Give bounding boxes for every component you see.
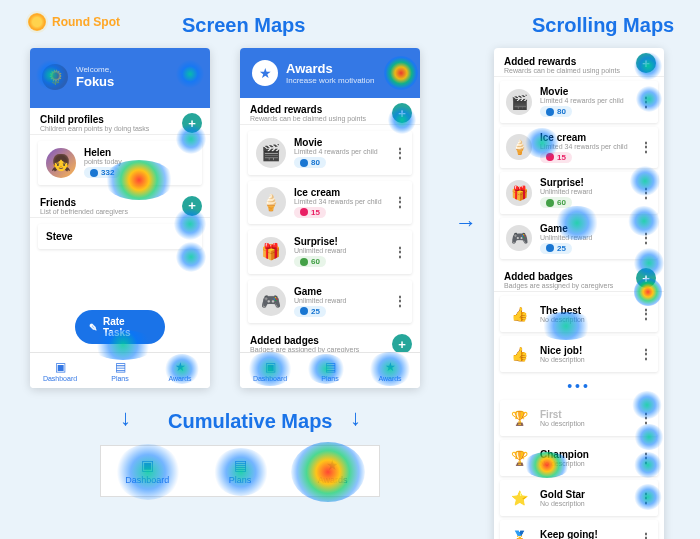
badge-icon: 🏆 [506, 445, 532, 471]
add-reward-button[interactable]: + [392, 103, 412, 123]
reward-icon: 🎮 [256, 286, 286, 316]
nav-dashboard[interactable]: ▣Dashboard [30, 353, 90, 388]
child-profiles-head: Child profiles Children earn points by d… [30, 108, 210, 135]
reward-name: Game [540, 223, 593, 234]
cost-chip: 25 [540, 243, 572, 254]
reward-card[interactable]: 🎬 Movie Limited 4 rewards per child 80 ⋮ [500, 81, 658, 123]
nav-awards[interactable]: ★Awards [360, 353, 420, 388]
reward-name: Game [294, 286, 347, 297]
section-sub: Badges are assigned by caregivers [504, 282, 654, 289]
reward-card[interactable]: 🍦 Ice cream Limited 34 rewards per child… [248, 181, 412, 225]
reward-sub: Unlimited reward [294, 297, 347, 304]
badge-card[interactable]: 🏅 Keep going! No description ⋮ [500, 520, 658, 539]
section-title: Added badges [250, 335, 410, 346]
added-rewards-head: Added rewards Rewards can be claimed usi… [240, 98, 420, 125]
reward-card[interactable]: 🎬 Movie Limited 4 rewards per child 80 ⋮ [248, 131, 412, 175]
badge-icon: 👍 [506, 341, 532, 367]
badge-card[interactable]: 👍 Nice job! No description ⋮ [500, 336, 658, 372]
more-icon[interactable]: ⋮ [640, 231, 652, 245]
add-badge-button[interactable]: + [392, 334, 412, 354]
more-icon[interactable]: ⋮ [640, 186, 652, 200]
badge-sub: No description [540, 316, 585, 323]
badge-name: First [540, 409, 585, 420]
awards-title: Awards [286, 61, 374, 76]
add-reward-button[interactable]: + [636, 53, 656, 73]
badge-card[interactable]: 🏆 Champion No description ⋮ [500, 440, 658, 476]
badge-card[interactable]: 🏆 First No description ⋮ [500, 400, 658, 436]
more-icon[interactable]: ⋮ [640, 307, 652, 321]
badge-name: The best [540, 305, 585, 316]
title-cumulative-maps: Cumulative Maps [168, 410, 332, 433]
more-icon[interactable]: ⋮ [640, 491, 652, 505]
arrow-right-icon: → [455, 210, 477, 236]
badge-sub: No description [540, 460, 589, 467]
reward-card[interactable]: 🎮 Game Unlimited reward 25 ⋮ [500, 218, 658, 260]
add-badge-button[interactable]: + [636, 268, 656, 288]
more-icon[interactable]: ⋮ [640, 451, 652, 465]
more-icon[interactable]: ⋮ [394, 294, 406, 308]
added-rewards-head: Added rewards Rewards can be claimed usi… [494, 48, 664, 77]
badge-sub: No description [540, 420, 585, 427]
child-card[interactable]: 👧 Helen points today 332 [38, 141, 202, 185]
arrow-down-icon: ↓ [120, 405, 131, 431]
cost-chip: 80 [540, 106, 572, 117]
rate-tasks-button[interactable]: ✎ Rate Tasks [75, 310, 165, 344]
reward-name: Movie [294, 137, 378, 148]
cost-chip: 15 [540, 152, 572, 163]
bottom-nav: ▣Dashboard ▤Plans ★Awards [240, 352, 420, 388]
awards-icon: ★ [326, 457, 339, 473]
nav-dashboard[interactable]: ▣Dashboard [240, 353, 300, 388]
more-icon[interactable]: ⋮ [640, 531, 652, 539]
reward-sub: Unlimited reward [294, 247, 347, 254]
reward-sub: Limited 4 rewards per child [540, 97, 624, 104]
reward-card[interactable]: 🎮 Game Unlimited reward 25 ⋮ [248, 280, 412, 324]
child-name: Helen [84, 147, 122, 158]
badge-icon: 🏆 [506, 405, 532, 431]
awards-icon: ★ [385, 360, 396, 374]
reward-card[interactable]: 🍦 Ice cream Limited 34 rewards per child… [500, 127, 658, 169]
reward-card[interactable]: 🎁 Surprise! Unlimited reward 60 ⋮ [248, 230, 412, 274]
more-icon[interactable]: ⋮ [640, 347, 652, 361]
badge-name: Gold Star [540, 489, 585, 500]
more-icon[interactable]: ⋮ [394, 146, 406, 160]
badge-card[interactable]: 👍 The best No description ⋮ [500, 296, 658, 332]
nav-dashboard[interactable]: ▣Dashboard [101, 446, 194, 496]
badge-icon: 👍 [506, 301, 532, 327]
screen-map-awards: ★ Awards Increase work motivation Added … [240, 48, 420, 388]
reward-name: Movie [540, 86, 624, 97]
more-icon[interactable]: ⋮ [640, 95, 652, 109]
reward-icon: 🎮 [506, 225, 532, 251]
bottom-nav: ▣Dashboard ▤Plans ★Awards [30, 352, 210, 388]
reward-sub: Limited 34 rewards per child [540, 143, 628, 150]
add-friend-button[interactable]: + [182, 196, 202, 216]
nav-plans[interactable]: ▤Plans [90, 353, 150, 388]
scrolling-map: Added rewards Rewards can be claimed usi… [494, 48, 664, 539]
reward-card[interactable]: 🎁 Surprise! Unlimited reward 60 ⋮ [500, 172, 658, 214]
cost-chip: 15 [294, 207, 326, 218]
more-icon[interactable]: ⋮ [640, 411, 652, 425]
pagination-dots: ••• [494, 376, 664, 396]
nav-awards[interactable]: ★Awards [286, 446, 379, 496]
section-sub: Children earn points by doing tasks [40, 125, 200, 132]
awards-icon: ★ [175, 360, 186, 374]
star-icon: ★ [252, 60, 278, 86]
section-title: Added rewards [250, 104, 410, 115]
dashboard-icon: ▣ [265, 360, 276, 374]
added-badges-head: Added badges Badges are assigned by care… [494, 263, 664, 292]
more-icon[interactable]: ⋮ [640, 140, 652, 154]
more-icon[interactable]: ⋮ [394, 245, 406, 259]
reward-icon: 🍦 [506, 134, 532, 160]
nav-awards[interactable]: ★Awards [150, 353, 210, 388]
section-title: Friends [40, 197, 200, 208]
reward-sub: Limited 34 rewards per child [294, 198, 382, 205]
badge-icon: 🏅 [506, 525, 532, 539]
nav-plans[interactable]: ▤Plans [194, 446, 287, 496]
header: 🌻 Welcome, Fokus [30, 48, 210, 108]
nav-plans[interactable]: ▤Plans [300, 353, 360, 388]
dashboard-icon: ▣ [55, 360, 66, 374]
more-icon[interactable]: ⋮ [394, 195, 406, 209]
add-child-button[interactable]: + [182, 113, 202, 133]
friend-row[interactable]: Steve [38, 224, 202, 249]
rate-label: Rate Tasks [103, 316, 151, 338]
badge-card[interactable]: ⭐ Gold Star No description ⋮ [500, 480, 658, 516]
